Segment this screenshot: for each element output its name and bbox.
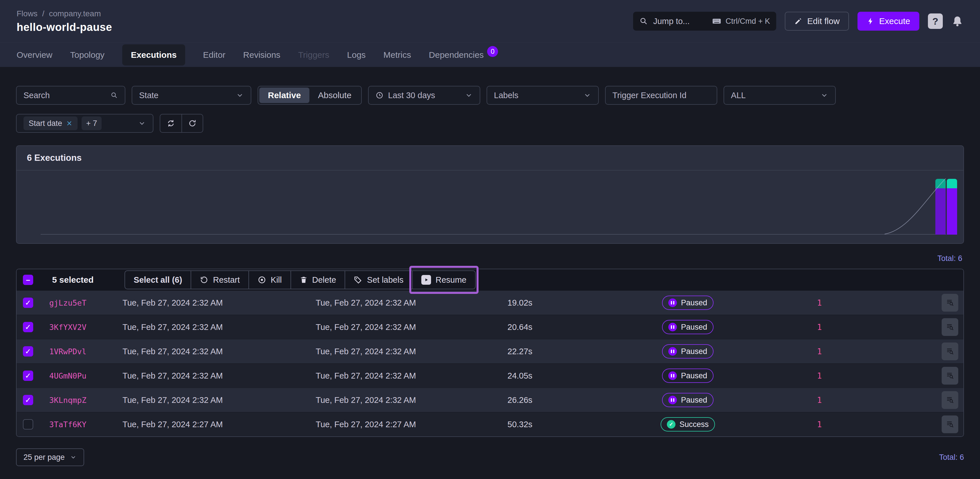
tab-dependencies[interactable]: Dependencies 0 [429,49,498,60]
restart-button[interactable]: Restart [191,271,248,289]
edit-flow-button[interactable]: Edit flow [785,12,849,30]
duration-cell: 24.05s [508,371,632,380]
bulk-action-buttons: Select all (6) Restart Kill Delete Set l… [124,271,476,289]
row-checkbox[interactable]: ✓ [23,346,33,356]
view-logs-button[interactable] [942,342,958,360]
keyboard-icon [712,16,722,26]
table-row: ✓ 3TaTf6KY Tue, Feb 27, 2024 2:27 AM Tue… [17,412,963,436]
tab-overview[interactable]: Overview [17,50,52,60]
total-count-top: Total: 6 [18,254,962,263]
select-all-checkbox[interactable]: – ✓ [23,275,33,285]
state-filter-select[interactable]: State [132,86,251,105]
trigger-execution-id-input[interactable]: Trigger Execution Id [605,86,717,105]
time-range-label: Last 30 days [388,91,460,100]
per-page-select[interactable]: 25 per page [16,449,84,466]
text-search-icon [946,347,954,356]
chevron-down-icon [465,91,473,99]
row-checkbox[interactable]: ✓ [23,298,33,308]
executions-chart-card: 6 Executions [16,145,964,244]
scope-label: ALL [731,91,816,100]
executions-table: – ✓ 5 selected Select all (6) Restart Ki… [16,269,964,437]
end-date-cell: Tue, Feb 27, 2024 2:32 AM [316,323,508,332]
status-label: Paused [681,347,707,356]
row-checkbox[interactable]: ✓ [23,322,33,332]
labels-filter-select[interactable]: Labels [487,86,599,105]
execution-id-link[interactable]: 3KLnqmpZ [44,396,123,404]
start-date-cell: Tue, Feb 27, 2024 2:32 AM [123,347,316,356]
tab-revisions[interactable]: Revisions [243,50,280,60]
filter-row-primary: Search State Relative Absolute Last 30 d… [16,86,964,105]
chevron-down-icon [70,454,77,461]
select-all-button[interactable]: Select all (6) [125,271,191,289]
breadcrumb-namespace[interactable]: company.team [49,9,101,18]
tab-triggers: Triggers [298,50,329,60]
shortcut-hint: Ctrl/Cmd + K [712,16,770,26]
status-dot-icon: ✓ [668,298,677,307]
help-button[interactable]: ? [928,13,943,29]
tab-topology[interactable]: Topology [70,50,105,60]
tab-logs[interactable]: Logs [347,50,366,60]
end-date-cell: Tue, Feb 27, 2024 2:32 AM [316,347,508,356]
top-bar: Flows / company.team hello-world-pause J… [0,0,980,42]
tab-metrics[interactable]: Metrics [383,50,411,60]
execution-id-link[interactable]: 1VRwPDvl [44,347,123,356]
execute-button[interactable]: Execute [858,12,920,30]
more-fields-chip[interactable]: + 7 [81,116,102,130]
time-range-select[interactable]: Last 30 days [368,86,480,105]
execution-id-link[interactable]: 4UGmN0Pu [44,371,123,380]
text-search-icon [946,420,954,429]
toggle-relative[interactable]: Relative [259,88,309,103]
kill-button[interactable]: Kill [248,271,291,289]
table-row: ✓ 1VRwPDvl Tue, Feb 27, 2024 2:32 AM Tue… [17,339,963,363]
auto-refresh-button[interactable] [160,115,181,132]
resume-button[interactable]: Resume [412,271,475,289]
view-logs-button[interactable] [942,294,958,312]
notifications-bell-icon[interactable] [951,14,963,28]
view-logs-button[interactable] [942,415,958,433]
table-row: ✓ 4UGmN0Pu Tue, Feb 27, 2024 2:32 AM Tue… [17,363,963,388]
row-checkbox[interactable]: ✓ [23,419,33,430]
close-icon[interactable] [66,120,72,126]
revision-count-cell: 1 [744,323,895,332]
title-block: Flows / company.team hello-world-pause [17,9,112,33]
start-date-chip[interactable]: Start date [24,116,78,130]
table-row: ✓ gjLzu5eT Tue, Feb 27, 2024 2:32 AM Tue… [17,290,963,315]
view-logs-button[interactable] [942,318,958,336]
toggle-absolute[interactable]: Absolute [309,88,360,103]
execution-id-link[interactable]: 3KfYXV2V [44,323,123,332]
delete-button[interactable]: Delete [291,271,345,289]
search-input[interactable]: Search [16,86,126,105]
main-content: Search State Relative Absolute Last 30 d… [0,86,980,466]
start-date-cell: Tue, Feb 27, 2024 2:32 AM [123,298,316,307]
restart-icon [200,275,208,284]
date-fields-select[interactable]: Start date + 7 [16,114,153,133]
chevron-down-icon [138,119,146,127]
duration-cell: 26.26s [508,395,632,405]
execution-id-link[interactable]: gjLzu5eT [44,298,123,307]
refresh-button[interactable] [181,115,203,132]
scope-select[interactable]: ALL [724,86,836,105]
time-mode-toggle: Relative Absolute [258,86,362,105]
end-date-cell: Tue, Feb 27, 2024 2:32 AM [316,371,508,380]
execution-id-link[interactable]: 3TaTf6KY [44,420,123,429]
filter-row-secondary: Start date + 7 [16,114,964,133]
duration-cell: 22.27s [508,347,632,356]
breadcrumb-flows[interactable]: Flows [17,9,38,18]
table-row: ✓ 3KfYXV2V Tue, Feb 27, 2024 2:32 AM Tue… [17,315,963,339]
view-logs-button[interactable] [942,391,958,409]
status-dot-icon: ✓ [668,323,677,331]
view-logs-button[interactable] [942,367,958,385]
set-labels-button[interactable]: Set labels [345,271,412,289]
row-checkbox[interactable]: ✓ [23,371,33,381]
text-search-icon [946,323,954,331]
chevron-down-icon [236,91,244,99]
status-dot-icon: ✓ [668,396,677,404]
jump-to-search[interactable]: Jump to... Ctrl/Cmd + K [633,12,776,30]
revision-count-cell: 1 [744,298,895,307]
search-icon [640,17,648,25]
pencil-icon [794,17,803,25]
start-date-cell: Tue, Feb 27, 2024 2:27 AM [123,420,316,429]
row-checkbox[interactable]: ✓ [23,395,33,405]
tab-executions[interactable]: Executions [122,45,185,65]
tab-editor[interactable]: Editor [203,50,225,60]
